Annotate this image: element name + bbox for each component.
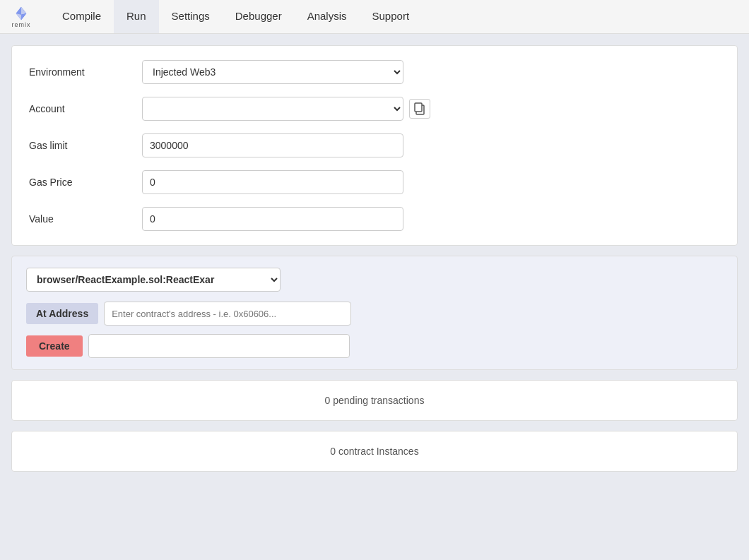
tab-run[interactable]: Run xyxy=(114,0,159,33)
main-content: Environment Injected Web3 Account xyxy=(0,34,749,483)
value-row: Value xyxy=(29,207,720,231)
logo-text: remix xyxy=(12,21,31,28)
copy-account-button[interactable] xyxy=(409,99,430,119)
navbar: remix Compile Run Settings Debugger Anal… xyxy=(0,0,749,34)
at-address-button[interactable]: At Address xyxy=(26,303,98,324)
logo: remix xyxy=(7,6,35,28)
value-input[interactable] xyxy=(142,207,403,231)
contract-instances-card: 0 contract Instances xyxy=(11,431,738,472)
account-select[interactable] xyxy=(142,97,403,121)
environment-control: Injected Web3 xyxy=(142,60,720,84)
gas-limit-label: Gas limit xyxy=(29,140,142,151)
tab-debugger[interactable]: Debugger xyxy=(223,0,295,33)
pending-transactions-card: 0 pending transactions xyxy=(11,380,738,421)
copy-icon xyxy=(414,102,425,115)
environment-row: Environment Injected Web3 xyxy=(29,60,720,84)
environment-label: Environment xyxy=(29,66,142,78)
account-control xyxy=(142,97,720,121)
contract-card: browser/ReactExample.sol:ReactExar At Ad… xyxy=(11,256,738,370)
gas-limit-input[interactable] xyxy=(142,133,403,157)
nav-tabs: Compile Run Settings Debugger Analysis S… xyxy=(49,0,422,33)
svg-marker-1 xyxy=(21,6,26,14)
gas-limit-control xyxy=(142,133,720,157)
account-label: Account xyxy=(29,103,142,114)
tab-analysis[interactable]: Analysis xyxy=(295,0,360,33)
contract-select[interactable]: browser/ReactExample.sol:ReactExar xyxy=(26,268,281,292)
create-button[interactable]: Create xyxy=(26,335,83,357)
ethereum-logo xyxy=(13,6,29,21)
config-card: Environment Injected Web3 Account xyxy=(11,45,738,246)
at-address-input[interactable] xyxy=(104,302,351,326)
environment-select[interactable]: Injected Web3 xyxy=(142,60,403,84)
gas-price-control xyxy=(142,170,720,194)
contract-instances-text: 0 contract Instances xyxy=(330,446,418,457)
gas-price-input[interactable] xyxy=(142,170,403,194)
gas-price-row: Gas Price xyxy=(29,170,720,194)
value-label: Value xyxy=(29,213,142,225)
svg-rect-6 xyxy=(415,103,422,112)
at-address-row: At Address xyxy=(26,302,723,326)
tab-settings[interactable]: Settings xyxy=(159,0,223,33)
contract-select-wrap: browser/ReactExample.sol:ReactExar xyxy=(26,268,723,292)
pending-transactions-text: 0 pending transactions xyxy=(325,395,425,406)
tab-compile[interactable]: Compile xyxy=(49,0,114,33)
account-row: Account xyxy=(29,97,720,121)
gas-price-label: Gas Price xyxy=(29,177,142,188)
value-control xyxy=(142,207,720,231)
tab-support[interactable]: Support xyxy=(360,0,423,33)
svg-marker-2 xyxy=(16,6,21,14)
create-row: Create xyxy=(26,334,723,358)
create-input[interactable] xyxy=(88,334,350,358)
gas-limit-row: Gas limit xyxy=(29,133,720,157)
